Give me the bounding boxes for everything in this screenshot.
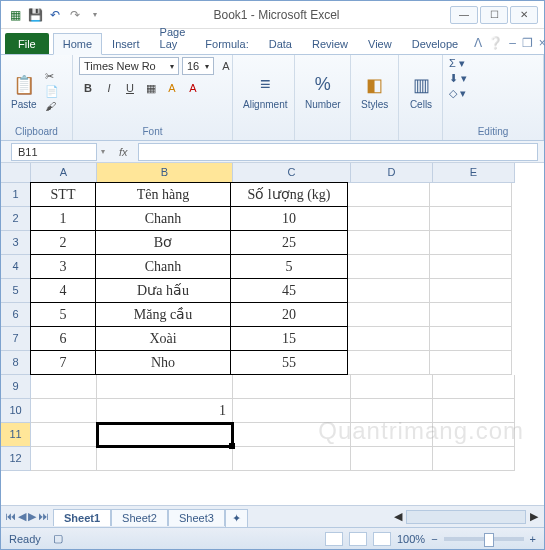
clear-button[interactable]: ◇ ▾ — [449, 87, 466, 100]
zoom-out-icon[interactable]: − — [431, 533, 437, 545]
cell[interactable]: Bơ — [95, 230, 231, 255]
cell[interactable]: Số lượng (kg) — [230, 182, 348, 207]
cell[interactable] — [433, 447, 515, 471]
tab-view[interactable]: View — [358, 33, 402, 54]
cell[interactable]: 5 — [30, 302, 96, 327]
sheet-tab-3[interactable]: Sheet3 — [168, 509, 225, 526]
row-header[interactable]: 6 — [1, 303, 31, 327]
tab-developer[interactable]: Develope — [402, 33, 468, 54]
maximize-button[interactable]: ☐ — [480, 6, 508, 24]
row-header[interactable]: 2 — [1, 207, 31, 231]
cell[interactable] — [97, 375, 233, 399]
cell[interactable]: Tên hàng — [95, 182, 231, 207]
cell[interactable]: 5 — [230, 254, 348, 279]
col-header-d[interactable]: D — [351, 163, 433, 183]
tab-home[interactable]: Home — [53, 33, 102, 55]
sheet-tab-1[interactable]: Sheet1 — [53, 509, 111, 526]
help-icon[interactable]: ❔ — [488, 36, 503, 50]
cell[interactable] — [97, 447, 233, 471]
font-size-select[interactable]: 16▾ — [182, 57, 214, 75]
workbook-minimize-icon[interactable]: – — [509, 36, 516, 50]
cell[interactable] — [430, 327, 512, 351]
cell[interactable] — [348, 351, 430, 375]
sheet-tab-2[interactable]: Sheet2 — [111, 509, 168, 526]
row-header[interactable]: 4 — [1, 255, 31, 279]
cells-button[interactable]: ▥Cells — [405, 71, 437, 112]
next-sheet-icon[interactable]: ▶ — [28, 510, 36, 523]
cell[interactable] — [348, 207, 430, 231]
cell[interactable] — [430, 207, 512, 231]
number-button[interactable]: %Number — [301, 71, 345, 112]
cell[interactable]: Dưa hấu — [95, 278, 231, 303]
close-button[interactable]: ✕ — [510, 6, 538, 24]
cell[interactable]: 55 — [230, 350, 348, 375]
cell[interactable]: STT — [30, 182, 96, 207]
col-header-b[interactable]: B — [97, 163, 233, 183]
cell[interactable] — [233, 399, 351, 423]
font-color-button[interactable]: A — [184, 79, 202, 97]
row-header[interactable]: 1 — [1, 183, 31, 207]
border-button[interactable]: ▦ — [142, 79, 160, 97]
workbook-close-icon[interactable]: × — [539, 36, 545, 50]
cell[interactable]: 2 — [30, 230, 96, 255]
zoom-slider[interactable] — [444, 537, 524, 541]
workbook-restore-icon[interactable]: ❐ — [522, 36, 533, 50]
cell[interactable]: 4 — [30, 278, 96, 303]
cell[interactable]: 1 — [97, 399, 233, 423]
pagebreak-view-button[interactable] — [373, 532, 391, 546]
format-painter-icon[interactable]: 🖌 — [45, 100, 59, 112]
cell[interactable] — [430, 303, 512, 327]
fx-label[interactable]: fx — [109, 146, 138, 158]
cell[interactable] — [351, 399, 433, 423]
cell[interactable] — [348, 183, 430, 207]
tab-formulas[interactable]: Formula: — [195, 33, 258, 54]
scroll-left-icon[interactable]: ◀ — [394, 510, 402, 523]
cell[interactable] — [351, 447, 433, 471]
cell[interactable] — [31, 447, 97, 471]
cell[interactable] — [430, 351, 512, 375]
zoom-level[interactable]: 100% — [397, 533, 425, 545]
scroll-right-icon[interactable]: ▶ — [530, 510, 538, 523]
cell[interactable]: 45 — [230, 278, 348, 303]
cell[interactable] — [433, 399, 515, 423]
row-header[interactable]: 12 — [1, 447, 31, 471]
cell[interactable]: 10 — [230, 206, 348, 231]
col-header-a[interactable]: A — [31, 163, 97, 183]
copy-icon[interactable]: 📄 — [45, 85, 59, 98]
cell[interactable] — [348, 327, 430, 351]
row-header[interactable]: 10 — [1, 399, 31, 423]
cell[interactable] — [351, 375, 433, 399]
italic-button[interactable]: I — [100, 79, 118, 97]
cell[interactable] — [233, 423, 351, 447]
cell[interactable] — [31, 423, 97, 447]
fill-button[interactable]: ⬇ ▾ — [449, 72, 467, 85]
cell[interactable] — [233, 447, 351, 471]
cell[interactable]: 6 — [30, 326, 96, 351]
alignment-button[interactable]: ≡Alignment — [239, 71, 291, 112]
tab-insert[interactable]: Insert — [102, 33, 150, 54]
cell[interactable] — [348, 303, 430, 327]
cell[interactable] — [233, 375, 351, 399]
cell[interactable] — [430, 255, 512, 279]
row-header[interactable]: 8 — [1, 351, 31, 375]
row-header[interactable]: 9 — [1, 375, 31, 399]
formula-input[interactable] — [138, 143, 538, 161]
font-name-select[interactable]: Times New Ro▾ — [79, 57, 179, 75]
normal-view-button[interactable] — [325, 532, 343, 546]
autosum-button[interactable]: Σ ▾ — [449, 57, 465, 70]
zoom-in-icon[interactable]: + — [530, 533, 536, 545]
cell[interactable]: 1 — [30, 206, 96, 231]
save-icon[interactable]: 💾 — [27, 7, 43, 23]
cell[interactable]: Chanh — [95, 206, 231, 231]
select-all-corner[interactable] — [1, 163, 31, 183]
row-header[interactable]: 11 — [1, 423, 31, 447]
cell[interactable]: 25 — [230, 230, 348, 255]
cell[interactable]: 3 — [30, 254, 96, 279]
styles-button[interactable]: ◧Styles — [357, 71, 392, 112]
cell[interactable]: Nho — [95, 350, 231, 375]
cell[interactable]: 7 — [30, 350, 96, 375]
tab-pagelayout[interactable]: Page Lay — [150, 21, 196, 54]
cell[interactable] — [430, 279, 512, 303]
cell[interactable] — [348, 231, 430, 255]
cell[interactable] — [31, 375, 97, 399]
